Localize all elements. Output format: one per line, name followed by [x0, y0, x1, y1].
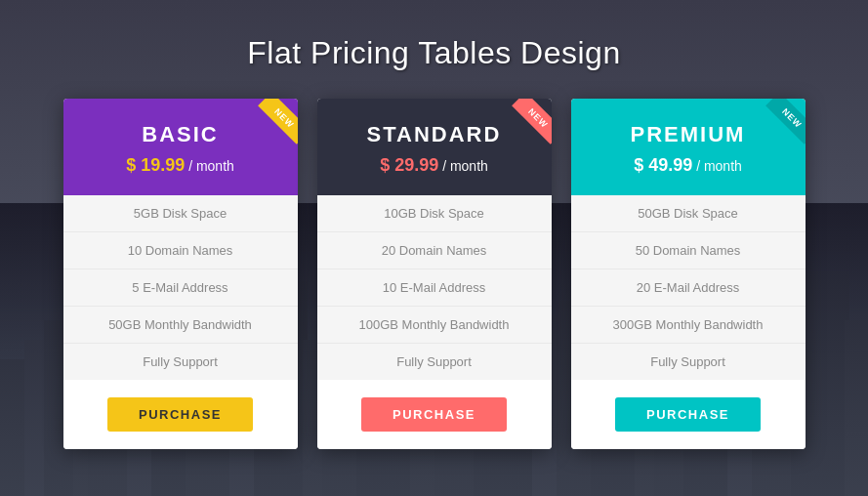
feature-basic-2: 5 E-Mail Address: [63, 269, 298, 307]
card-header-standard: NEW STANDARD $ 29.99 / month: [317, 99, 552, 195]
feature-basic-3: 50GB Monthly Bandwidth: [63, 307, 298, 344]
feature-standard-1: 20 Domain Names: [317, 232, 552, 269]
ribbon-label-basic: NEW: [258, 99, 298, 145]
feature-premium-1: 50 Domain Names: [571, 232, 806, 269]
cards-container: NEW BASIC $ 19.99 / month 5GB Disk Space…: [0, 99, 868, 449]
footer-basic: PURCHASE: [63, 380, 298, 449]
footer-premium: PURCHASE: [571, 380, 806, 449]
card-basic: NEW BASIC $ 19.99 / month 5GB Disk Space…: [63, 99, 298, 449]
footer-standard: PURCHASE: [317, 380, 552, 449]
features-premium: 50GB Disk Space 50 Domain Names 20 E-Mai…: [571, 195, 806, 380]
card-premium: NEW PREMIUM $ 49.99 / month 50GB Disk Sp…: [571, 99, 806, 449]
price-amount-basic: $ 19.99: [126, 155, 185, 175]
feature-standard-4: Fully Support: [317, 344, 552, 380]
price-amount-standard: $ 29.99: [380, 155, 438, 175]
price-period-premium: / month: [696, 158, 742, 174]
feature-premium-0: 50GB Disk Space: [571, 195, 806, 232]
price-amount-premium: $ 49.99: [634, 155, 692, 175]
ribbon-label-standard: NEW: [512, 99, 552, 145]
ribbon-label-premium: NEW: [765, 99, 806, 145]
purchase-button-premium[interactable]: PURCHASE: [615, 397, 761, 432]
feature-standard-3: 100GB Monthly Bandwidth: [317, 307, 552, 344]
feature-premium-3: 300GB Monthly Bandwidth: [571, 307, 806, 344]
ribbon-basic: NEW: [235, 99, 298, 161]
features-standard: 10GB Disk Space 20 Domain Names 10 E-Mai…: [317, 195, 552, 380]
feature-premium-4: Fully Support: [571, 344, 806, 380]
card-header-basic: NEW BASIC $ 19.99 / month: [63, 99, 298, 195]
feature-basic-1: 10 Domain Names: [63, 232, 298, 269]
feature-standard-0: 10GB Disk Space: [317, 195, 552, 232]
purchase-button-standard[interactable]: PURCHASE: [361, 397, 507, 432]
feature-basic-0: 5GB Disk Space: [63, 195, 298, 232]
feature-basic-4: Fully Support: [63, 344, 298, 380]
price-period-basic: / month: [188, 158, 234, 174]
price-period-standard: / month: [442, 158, 488, 174]
card-standard: NEW STANDARD $ 29.99 / month 10GB Disk S…: [317, 99, 552, 449]
feature-standard-2: 10 E-Mail Address: [317, 269, 552, 307]
ribbon-premium: NEW: [743, 99, 806, 161]
purchase-button-basic[interactable]: PURCHASE: [107, 397, 253, 432]
card-header-premium: NEW PREMIUM $ 49.99 / month: [571, 99, 806, 195]
features-basic: 5GB Disk Space 10 Domain Names 5 E-Mail …: [63, 195, 298, 380]
feature-premium-2: 20 E-Mail Address: [571, 269, 806, 307]
ribbon-standard: NEW: [489, 99, 552, 161]
page-title: Flat Pricing Tables Design: [0, 0, 868, 99]
